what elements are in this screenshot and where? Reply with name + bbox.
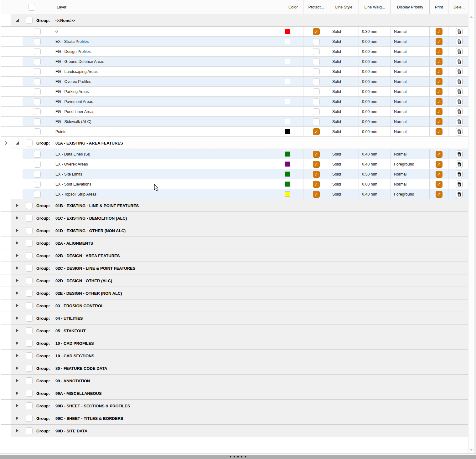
layer-select-checkbox[interactable] [34,151,41,158]
layer-select-checkbox[interactable] [34,161,41,168]
line-style-cell[interactable]: Solid [329,37,359,46]
delete-button[interactable] [456,68,463,75]
line-weight-cell[interactable]: 0.00 mm [359,127,391,136]
line-weight-cell[interactable]: 0.00 mm [359,47,391,56]
display-priority-cell[interactable]: Normal [391,77,430,86]
line-style-cell[interactable]: Solid [329,27,359,36]
protected-checkbox[interactable] [313,68,320,75]
row-header-cell[interactable] [1,224,11,237]
group-row-body[interactable]: Group:01B - EXISTING - LINE & POINT FEAT… [11,199,468,212]
color-cell[interactable] [283,117,303,126]
row-header-cell[interactable] [1,159,11,169]
group-row[interactable]: Group:01C - EXISTING - DEMOLITION (ALC) [1,212,468,224]
color-cell[interactable] [283,179,303,189]
delete-button[interactable] [456,48,463,55]
row-header-cell[interactable] [1,47,11,56]
layer-select-checkbox[interactable] [34,108,41,115]
protected-checkbox[interactable]: ✓ [313,28,320,35]
print-checkbox[interactable]: ✓ [436,58,442,65]
print-checkbox[interactable]: ✓ [436,38,442,45]
group-checkbox[interactable] [26,277,33,284]
group-row-body[interactable]: Group:05 - STAKEOUT [11,324,468,337]
protected-checkbox[interactable]: ✓ [313,171,320,178]
layer-row[interactable]: EX - Site Limits✓Solid0.50 mmNormal✓ [1,169,468,179]
display-priority-cell[interactable]: Normal [391,97,430,106]
display-priority-cell[interactable]: Normal [391,37,430,46]
group-checkbox[interactable] [26,315,33,322]
color-cell[interactable] [283,149,303,159]
row-header-cell[interactable] [1,400,11,412]
line-style-cell[interactable]: Solid [329,169,359,179]
layer-row[interactable]: FG - Overex ProfilesSolid0.00 mmNormal✓ [1,77,468,87]
row-header-cell[interactable] [1,312,11,324]
delete-button[interactable] [456,88,463,95]
row-header-cell[interactable] [1,137,11,149]
expand-group-icon[interactable] [16,316,18,320]
group-row-body[interactable]: Group:02C - DESIGN - LINE & POINT FEATUR… [11,262,468,274]
delete-button[interactable] [456,161,463,168]
line-style-cell[interactable]: Solid [329,159,359,169]
layer-select-checkbox[interactable] [34,191,41,198]
color-cell[interactable] [283,27,303,36]
protected-checkbox[interactable] [313,108,320,115]
group-row[interactable]: Group:99B - SHEET - SECTIONS & PROFILES [1,400,468,412]
line-style-cell[interactable]: Solid [329,97,359,106]
expand-group-icon[interactable] [16,241,18,245]
delete-button[interactable] [456,128,463,135]
line-style-cell[interactable]: Solid [329,189,359,199]
print-checkbox[interactable]: ✓ [436,78,442,85]
group-row[interactable]: Group:99C - SHEET - TITLES & BORDERS [1,412,468,425]
display-priority-cell[interactable]: Normal [391,179,430,189]
expand-group-icon[interactable] [16,254,18,257]
expand-group-icon[interactable] [16,366,18,370]
row-header-cell[interactable] [1,262,11,274]
line-weight-cell[interactable]: 0.00 mm [359,37,391,46]
group-checkbox[interactable] [26,377,33,384]
group-row-body[interactable]: Group:02B - DESIGN - AREA FEATURES [11,249,468,262]
protected-checkbox[interactable]: ✓ [313,181,320,188]
layer-row[interactable]: FG - Ground Defence AreasSolid0.00 mmNor… [1,57,468,67]
group-row[interactable]: Group:02C - DESIGN - LINE & POINT FEATUR… [1,262,468,274]
print-checkbox[interactable]: ✓ [436,68,442,75]
display-priority-cell[interactable]: Foreground [391,159,430,169]
expand-group-icon[interactable] [16,291,18,295]
header-protect[interactable]: Protect... [303,0,329,14]
group-row-body[interactable]: Group:99D - SITE DATA [11,425,468,437]
group-row[interactable]: Group:99D - SITE DATA [1,425,468,437]
delete-button[interactable] [456,58,463,65]
group-row[interactable]: Group:02A - ALIGNMENTS [1,237,468,249]
row-header-cell[interactable] [1,237,11,249]
layer-row[interactable]: EX - Spot Elevations✓Solid0.00 mmNormal✓ [1,179,468,189]
expand-group-icon[interactable] [16,429,18,432]
row-header-cell[interactable] [1,387,11,399]
protected-checkbox[interactable] [313,118,320,125]
group-row-body[interactable]: Group:99A - MISCELLANEOUS [11,387,468,399]
group-row[interactable]: Group:02E - DESIGN - OTHER (NON ALC) [1,287,468,299]
row-header-cell[interactable] [1,412,11,424]
display-priority-cell[interactable]: Normal [391,117,430,126]
group-row[interactable]: Group:03 - EROSION CONTROL [1,299,468,312]
display-priority-cell[interactable]: Normal [391,107,430,116]
layer-row[interactable]: FG - Pond Liner AreasSolid0.00 mmNormal✓ [1,107,468,117]
layer-select-checkbox[interactable] [34,28,41,35]
expand-group-icon[interactable] [16,216,18,220]
group-row-body[interactable]: Group:10 - CAD SECTIONS [11,349,468,362]
print-checkbox[interactable]: ✓ [436,191,442,198]
print-checkbox[interactable]: ✓ [436,181,442,188]
group-row[interactable]: Group:80 - FEATURE CODE DATA [1,362,468,375]
layer-select-checkbox[interactable] [34,88,41,95]
color-cell[interactable] [283,107,303,116]
header-display-priority[interactable]: Display Priority [391,0,430,14]
group-row[interactable]: Group:05 - STAKEOUT [1,324,468,337]
expand-group-icon[interactable] [16,379,18,382]
expand-group-icon[interactable] [16,229,18,232]
group-checkbox[interactable] [26,140,33,146]
display-priority-cell[interactable]: Normal [391,27,430,36]
row-header-cell[interactable] [1,274,11,287]
layer-row[interactable]: FG - Landscaping AreasSolid0.00 mmNormal… [1,67,468,77]
group-row[interactable]: Group:01A - EXISTING - AREA FEATURES [1,137,468,149]
layer-row[interactable]: EX - Topsoil Strip Areas✓Solid0.40 mmFor… [1,189,468,199]
layer-row[interactable]: EX - Strata ProfilesSolid0.00 mmNormal✓ [1,37,468,47]
row-header-cell[interactable] [1,117,11,126]
color-cell[interactable] [283,127,303,136]
